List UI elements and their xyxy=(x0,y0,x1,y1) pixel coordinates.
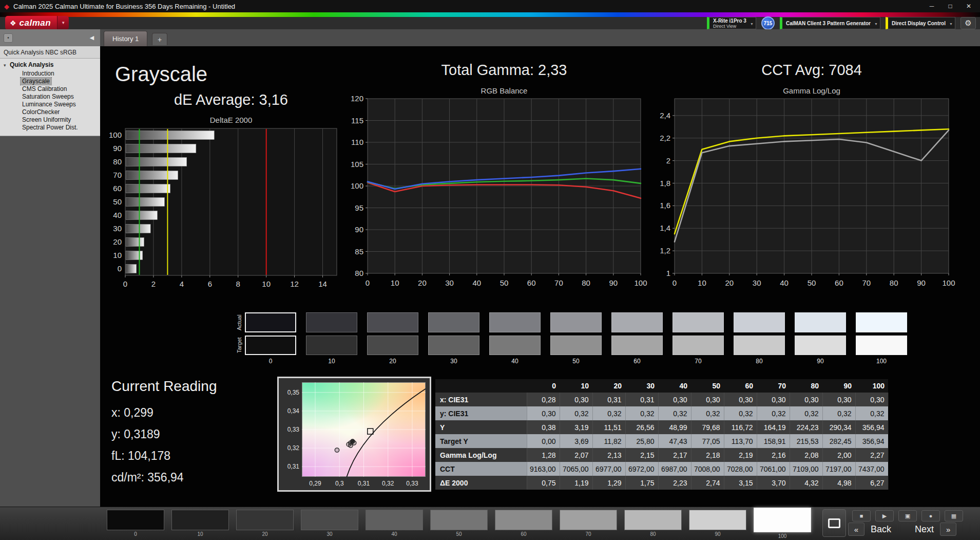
sidebar: Quick Analysis NBC sRGB ▾ Quick Analysis… xyxy=(0,46,100,507)
deltae-chart-title: DeltaE 2000 xyxy=(125,116,337,124)
pattern-tile-10[interactable]: 10 xyxy=(171,510,229,539)
stop-icon: ■ xyxy=(860,513,863,519)
stop-button[interactable]: ■ xyxy=(852,510,871,522)
bottom-bar: 0102030405060708090100 ■▶▣●▦ « Back Next… xyxy=(0,507,980,540)
table-cell: 3,70 xyxy=(757,476,790,490)
swatch-tick-label: 50 xyxy=(550,358,602,365)
svg-text:100: 100 xyxy=(109,131,122,139)
table-cell: 6977,00 xyxy=(592,462,625,476)
tile-label: 30 xyxy=(301,531,358,537)
pattern-tile-80[interactable]: 80 xyxy=(624,510,682,539)
calman-logo-icon: ❖ xyxy=(10,19,16,27)
pattern-tile-70[interactable]: 70 xyxy=(560,510,617,539)
svg-text:50: 50 xyxy=(500,278,509,287)
device-meter-0[interactable]: X-Rite i1Pro 3Direct View▼ xyxy=(707,17,756,29)
target-swatch-10 xyxy=(306,336,357,355)
svg-text:2: 2 xyxy=(666,156,670,165)
pattern-tile-50[interactable]: 50 xyxy=(430,510,488,539)
pattern-tile-30[interactable]: 30 xyxy=(301,510,358,539)
svg-text:14: 14 xyxy=(318,280,327,288)
table-header-cell: 90 xyxy=(822,379,855,393)
pattern-tile-0[interactable]: 0 xyxy=(107,510,164,539)
minimize-button[interactable]: ─ xyxy=(923,0,941,12)
tab-bar: • ◀ History 1 + xyxy=(0,29,980,46)
svg-text:0,32: 0,32 xyxy=(287,444,300,452)
table-cell: 224,23 xyxy=(790,420,822,434)
sidebar-item-cms-calibration[interactable]: CMS Calibration xyxy=(0,85,100,93)
sidebar-item-screen-uniformity[interactable]: Screen Uniformity xyxy=(0,116,100,124)
window-controls: ─ □ ✕ xyxy=(923,0,978,12)
back-button[interactable]: Back xyxy=(871,524,891,535)
save-button[interactable]: ▣ xyxy=(898,510,917,522)
pattern-tile-90[interactable]: 90 xyxy=(689,510,746,539)
device-meter-1[interactable]: CalMAN Client 3 Pattern Generator▼ xyxy=(780,17,880,29)
total-gamma-readout: Total Gamma: 2,33 xyxy=(368,62,641,79)
options-button[interactable]: ▦ xyxy=(945,510,963,522)
table-cell: 0,32 xyxy=(625,406,658,420)
table-cell: 77,05 xyxy=(691,434,724,448)
tab-history-1[interactable]: History 1 xyxy=(104,31,147,46)
calman-logo-text: calman xyxy=(20,18,51,28)
play-button[interactable]: ▶ xyxy=(875,510,894,522)
swatch-column-100: 100 xyxy=(856,312,907,365)
pattern-window-button[interactable] xyxy=(822,509,846,537)
table-cell: 0,30 xyxy=(658,393,691,406)
pattern-tile-60[interactable]: 60 xyxy=(495,510,552,539)
tile-label: 90 xyxy=(689,531,746,537)
svg-text:40: 40 xyxy=(113,211,122,219)
add-tab-button[interactable]: + xyxy=(152,33,167,45)
sidebar-item-spectral-power-dist[interactable]: Spectral Power Dist. xyxy=(0,124,100,132)
swatch-tick-label: 30 xyxy=(428,358,479,365)
meter-badge[interactable]: 715 xyxy=(761,16,775,30)
swatch-column-30: 30 xyxy=(428,312,479,365)
sidebar-item-luminance-sweeps[interactable]: Luminance Sweeps xyxy=(0,101,100,108)
target-swatch-20 xyxy=(367,336,418,355)
sidebar-collapse-button[interactable]: ◀ xyxy=(87,33,97,43)
tile-label: 60 xyxy=(495,531,552,537)
table-header-cell: 60 xyxy=(724,379,757,393)
record-button[interactable]: ● xyxy=(921,510,940,522)
table-cell: 0,31 xyxy=(625,393,658,406)
logo-menu-button[interactable]: ▼ xyxy=(57,16,69,30)
options-icon: ▦ xyxy=(951,513,956,519)
svg-text:70: 70 xyxy=(862,278,871,287)
sidebar-item-grayscale[interactable]: Grayscale xyxy=(0,78,100,85)
svg-text:0,29: 0,29 xyxy=(309,480,321,487)
table-cell: 2,19 xyxy=(724,448,757,462)
target-swatch-90 xyxy=(795,336,846,355)
table-cell: 79,68 xyxy=(691,420,724,434)
maximize-button[interactable]: □ xyxy=(941,0,959,12)
sidebar-item-introduction[interactable]: Introduction xyxy=(0,70,100,78)
sidebar-item-colorchecker[interactable]: ColorChecker xyxy=(0,108,100,116)
pattern-tile-20[interactable]: 20 xyxy=(236,510,294,539)
calman-logo-button[interactable]: ❖ calman ▼ xyxy=(5,16,69,30)
device-meter-2[interactable]: Direct Display Control▼ xyxy=(886,17,955,29)
close-button[interactable]: ✕ xyxy=(959,0,978,12)
table-cell: 0,30 xyxy=(724,393,757,406)
table-cell: 2,13 xyxy=(592,448,625,462)
settings-gear-button[interactable]: ⚙ xyxy=(960,17,976,29)
tree-root-quick-analysis[interactable]: ▾ Quick Analysis xyxy=(0,61,100,70)
table-cell: 215,53 xyxy=(790,434,822,448)
skip-back-button[interactable]: « xyxy=(848,523,864,536)
actual-swatch-70 xyxy=(672,312,724,332)
svg-text:85: 85 xyxy=(355,247,363,256)
svg-text:70: 70 xyxy=(113,171,122,179)
spectrum-strip xyxy=(0,12,980,17)
svg-text:30: 30 xyxy=(753,278,761,287)
actual-swatch-30 xyxy=(428,312,479,332)
table-cell: 0,30 xyxy=(691,393,724,406)
pattern-tile-40[interactable]: 40 xyxy=(366,510,423,539)
table-cell: 7109,00 xyxy=(790,462,822,476)
tile-label: 20 xyxy=(236,531,294,537)
sidebar-item-saturation-sweeps[interactable]: Saturation Sweeps xyxy=(0,93,100,101)
next-button[interactable]: Next xyxy=(915,524,934,535)
skip-next-button[interactable]: » xyxy=(940,523,956,536)
pattern-tile-100[interactable]: 100 xyxy=(754,510,811,539)
transport-controls: ■▶▣●▦ xyxy=(852,510,963,522)
tile-label: 50 xyxy=(430,531,488,537)
panel-options-button[interactable]: • xyxy=(4,33,13,43)
svg-text:115: 115 xyxy=(351,116,363,125)
svg-text:2,4: 2,4 xyxy=(660,111,670,120)
svg-text:50: 50 xyxy=(113,197,122,206)
